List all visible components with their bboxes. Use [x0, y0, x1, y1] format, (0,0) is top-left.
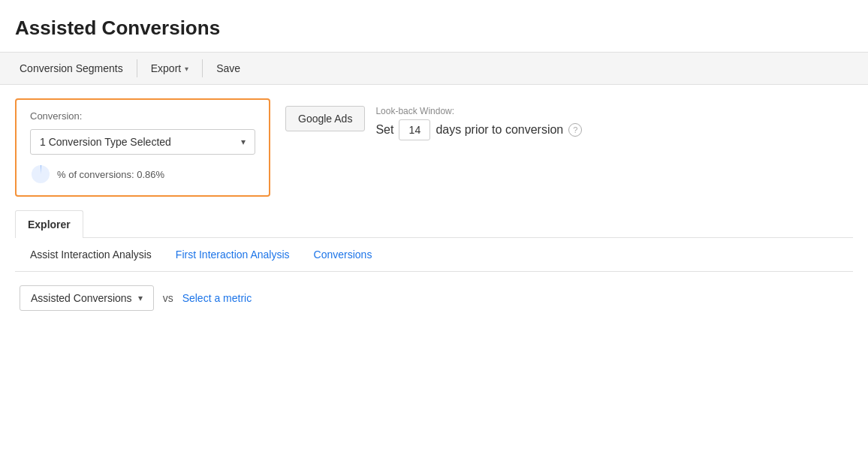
days-suffix-label: days prior to conversion	[436, 123, 563, 137]
page-title: Assisted Conversions	[0, 0, 868, 52]
pct-of-conversions-label: % of conversions: 0.86%	[57, 169, 164, 180]
pie-chart-icon	[30, 164, 51, 185]
metric-row: Assisted Conversions ▾ vs Select a metri…	[15, 272, 853, 311]
filter-right: Google Ads Look-back Window: Set days pr…	[285, 98, 582, 140]
vs-label: vs	[163, 292, 173, 304]
analysis-nav: Assist Interaction Analysis First Intera…	[15, 238, 853, 272]
assist-interaction-analysis-link[interactable]: Assist Interaction Analysis	[18, 238, 164, 271]
toolbar: Conversion Segments Export ▾ Save	[0, 52, 868, 85]
conversion-segments-button[interactable]: Conversion Segments	[9, 53, 134, 84]
lookback-label: Look-back Window:	[375, 106, 582, 116]
help-icon[interactable]: ?	[568, 123, 582, 137]
first-interaction-analysis-link[interactable]: First Interaction Analysis	[164, 238, 302, 271]
select-metric-link[interactable]: Select a metric	[182, 292, 252, 304]
explorer-tab[interactable]: Explorer	[15, 210, 83, 238]
google-ads-button[interactable]: Google Ads	[285, 106, 365, 131]
main-content: Conversion: 1 Conversion Type Selected ▾…	[0, 85, 868, 311]
lookback-row: Set days prior to conversion ?	[375, 119, 582, 140]
filter-row: Conversion: 1 Conversion Type Selected ▾…	[15, 98, 853, 197]
toolbar-divider-2	[202, 59, 203, 77]
export-button[interactable]: Export ▾	[140, 53, 199, 84]
chevron-down-icon: ▾	[241, 137, 246, 147]
conversion-card: Conversion: 1 Conversion Type Selected ▾…	[15, 98, 270, 197]
lookback-wrapper: Look-back Window: Set days prior to conv…	[375, 106, 582, 140]
chevron-down-icon: ▾	[185, 65, 188, 73]
chevron-down-icon: ▾	[138, 293, 143, 303]
conversion-label: Conversion:	[30, 110, 255, 122]
conversion-type-select[interactable]: 1 Conversion Type Selected ▾	[30, 129, 255, 155]
conversions-link[interactable]: Conversions	[302, 238, 384, 271]
metric-select[interactable]: Assisted Conversions ▾	[20, 285, 154, 311]
conversion-pct-row: % of conversions: 0.86%	[30, 164, 255, 185]
set-label: Set	[375, 123, 393, 137]
export-label: Export	[151, 62, 181, 74]
metric-value: Assisted Conversions	[31, 292, 132, 304]
toolbar-divider	[137, 59, 137, 77]
days-input[interactable]	[399, 119, 430, 140]
save-button[interactable]: Save	[206, 53, 251, 84]
conversion-type-value: 1 Conversion Type Selected	[40, 136, 171, 148]
tabs-section: Explorer	[15, 210, 853, 238]
